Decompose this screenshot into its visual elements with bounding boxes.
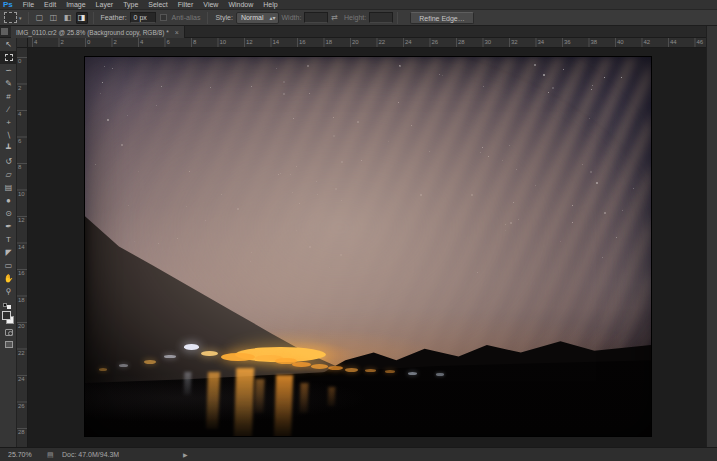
ruler-tick-label: 18 bbox=[326, 38, 333, 47]
move-tool[interactable]: ↖ bbox=[0, 38, 17, 51]
tab-bar-corner-box bbox=[1, 28, 8, 35]
marquee-tool-preset-icon[interactable] bbox=[4, 12, 17, 23]
ruler-corner bbox=[17, 38, 28, 48]
status-panel-icon: ▤ bbox=[47, 448, 54, 461]
quick-mask-button[interactable] bbox=[0, 326, 17, 338]
separator bbox=[207, 12, 208, 24]
ruler-tick-label: 26 bbox=[432, 38, 439, 47]
lasso-tool[interactable]: ∽ bbox=[0, 64, 17, 77]
ruler-tick-label: 34 bbox=[538, 38, 545, 47]
path-selection-tool[interactable]: ◤ bbox=[0, 246, 17, 259]
height-label: Height: bbox=[344, 14, 366, 21]
ruler-tick-label: 16 bbox=[18, 270, 25, 277]
menu-item-view[interactable]: View bbox=[198, 1, 223, 8]
menu-item-edit[interactable]: Edit bbox=[39, 1, 61, 8]
tool-preset-dropdown-arrow[interactable]: ▾ bbox=[19, 15, 22, 21]
style-dropdown[interactable]: Normal ▴▾ bbox=[236, 12, 279, 24]
screen-mode-button[interactable] bbox=[0, 338, 17, 350]
tools-panel: ↖∽✎#∕+∖┻↺▱▤●⊙✒T◤▭✋⚲ bbox=[0, 38, 17, 447]
ruler-tick-label: 14 bbox=[18, 244, 25, 251]
feather-label: Feather: bbox=[101, 14, 127, 21]
canvas-pasteboard bbox=[28, 48, 707, 447]
ruler-tick-label: 28 bbox=[458, 38, 465, 47]
menu-bar: Ps FileEditImageLayerTypeSelectFilterVie… bbox=[0, 0, 717, 10]
ruler-tick-label: 12 bbox=[18, 217, 25, 224]
height-input[interactable] bbox=[369, 12, 393, 23]
blur-tool[interactable]: ● bbox=[0, 194, 17, 207]
history-brush-tool[interactable]: ↺ bbox=[0, 155, 17, 168]
zoom-tool[interactable]: ⚲ bbox=[0, 285, 17, 298]
horizontal-ruler: 4202468101214161820222426283032343638404… bbox=[28, 38, 707, 48]
add-to-selection-button[interactable]: ◫ bbox=[48, 12, 60, 24]
feather-input[interactable]: 0 px bbox=[130, 12, 156, 23]
menu-item-help[interactable]: Help bbox=[258, 1, 282, 8]
rectangle-tool[interactable]: ▭ bbox=[0, 259, 17, 272]
menu-item-filter[interactable]: Filter bbox=[173, 1, 199, 8]
style-value: Normal bbox=[241, 14, 264, 21]
document-sizes-field[interactable]: Doc: 47.0M/94.3M bbox=[62, 450, 180, 460]
ruler-tick-label: 0 bbox=[87, 38, 90, 47]
screen-mode-icon bbox=[5, 341, 13, 348]
document-tab-bar: IMG_0110.cr2 @ 25.8% (Background copy, R… bbox=[0, 26, 717, 38]
brush-tool[interactable]: ∖ bbox=[0, 129, 17, 142]
gradient-tool[interactable]: ▤ bbox=[0, 181, 17, 194]
anti-alias-checkbox[interactable] bbox=[160, 14, 167, 21]
ruler-tick-label: 18 bbox=[18, 297, 25, 304]
ruler-tick-label: 10 bbox=[18, 191, 25, 198]
ruler-tick-label: 20 bbox=[352, 38, 359, 47]
ruler-tick-label: 8 bbox=[18, 164, 21, 171]
ruler-tick-label: 2 bbox=[61, 38, 64, 47]
ruler-tick-label: 38 bbox=[591, 38, 598, 47]
ruler-tick-label: 4 bbox=[18, 111, 21, 118]
right-scrollbar-strip bbox=[706, 26, 717, 447]
new-selection-button[interactable]: ▢ bbox=[34, 12, 46, 24]
ruler-tick-label: 24 bbox=[405, 38, 412, 47]
zoom-level-field[interactable]: 25.70% bbox=[8, 448, 32, 461]
ruler-tick-label: 14 bbox=[273, 38, 280, 47]
separator bbox=[28, 12, 29, 24]
ruler-tick-label: 22 bbox=[379, 38, 386, 47]
subtract-from-selection-button[interactable]: ◧ bbox=[62, 12, 74, 24]
clone-stamp-tool[interactable]: ┻ bbox=[0, 142, 17, 155]
rectangular-marquee-tool[interactable] bbox=[0, 51, 17, 64]
tool-list: ↖∽✎#∕+∖┻↺▱▤●⊙✒T◤▭✋⚲ bbox=[0, 38, 16, 298]
ruler-tick-label: 32 bbox=[511, 38, 518, 47]
dodge-tool[interactable]: ⊙ bbox=[0, 207, 17, 220]
refine-edge-button[interactable]: Refine Edge… bbox=[410, 12, 474, 24]
intersect-selection-button[interactable]: ◨ bbox=[76, 12, 88, 24]
photo-canvas[interactable] bbox=[85, 57, 651, 436]
hand-tool[interactable]: ✋ bbox=[0, 272, 17, 285]
type-tool[interactable]: T bbox=[0, 233, 17, 246]
menu-item-layer[interactable]: Layer bbox=[91, 1, 119, 8]
width-label: Width: bbox=[282, 14, 302, 21]
menu-item-image[interactable]: Image bbox=[61, 1, 90, 8]
foreground-background-swatches[interactable] bbox=[0, 310, 17, 326]
tab-close-icon[interactable]: × bbox=[175, 29, 179, 36]
ruler-tick-label: 2 bbox=[114, 38, 117, 47]
eyedropper-tool[interactable]: ∕ bbox=[0, 103, 17, 116]
vertical-ruler: 0246810121416182022242628 bbox=[17, 48, 28, 447]
swap-width-height-icon[interactable]: ⇄ bbox=[331, 13, 338, 22]
menu-item-window[interactable]: Window bbox=[223, 1, 258, 8]
crop-tool[interactable]: # bbox=[0, 90, 17, 103]
eraser-tool[interactable]: ▱ bbox=[0, 168, 17, 181]
status-menu-arrow-icon[interactable]: ▶ bbox=[183, 448, 188, 461]
menu-item-file[interactable]: File bbox=[18, 1, 39, 8]
pen-tool[interactable]: ✒ bbox=[0, 220, 17, 233]
photoshop-logo: Ps bbox=[0, 0, 18, 10]
menu-item-type[interactable]: Type bbox=[118, 1, 143, 8]
width-input[interactable] bbox=[304, 12, 328, 23]
selection-mode-buttons: ▢◫◧◨ bbox=[33, 12, 89, 24]
menu-item-select[interactable]: Select bbox=[143, 1, 172, 8]
vignette bbox=[85, 57, 651, 436]
spot-healing-brush-tool[interactable]: + bbox=[0, 116, 17, 129]
document-tab[interactable]: IMG_0110.cr2 @ 25.8% (Background copy, R… bbox=[11, 26, 185, 38]
quick-selection-tool[interactable]: ✎ bbox=[0, 77, 17, 90]
dropdown-arrows-icon: ▴▾ bbox=[269, 14, 275, 21]
ruler-tick-label: 0 bbox=[18, 58, 21, 65]
foreground-color-swatch[interactable] bbox=[2, 311, 11, 320]
default-colors-icon[interactable] bbox=[0, 302, 17, 310]
separator bbox=[93, 12, 94, 24]
ruler-tick-label: 36 bbox=[564, 38, 571, 47]
ruler-tick-label: 12 bbox=[246, 38, 253, 47]
